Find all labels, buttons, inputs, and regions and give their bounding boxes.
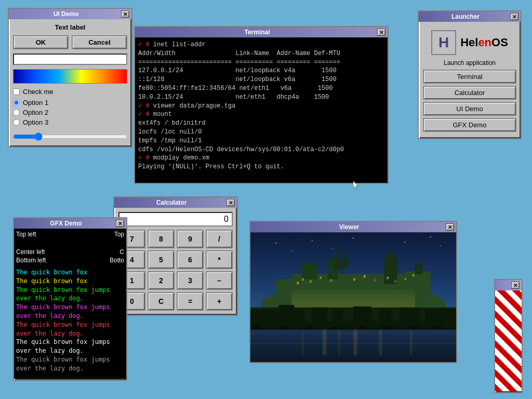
terminal-titlebar: Terminal ✕ <box>135 27 388 37</box>
calculator-content: 0 7 8 9 / 4 5 6 * 1 2 3 – 0 C = + <box>114 208 237 315</box>
prague-castle-image <box>250 232 456 362</box>
calc-btn-5[interactable]: 5 <box>148 250 175 269</box>
term-line-9: ✓ # mount <box>138 110 384 119</box>
uidemo-radio-label-1: Option 1 <box>23 99 48 107</box>
uidemo-radio-label-3: Option 3 <box>23 118 48 126</box>
svg-rect-30 <box>387 276 389 279</box>
svg-rect-31 <box>394 280 396 283</box>
calc-btn-div[interactable]: / <box>206 230 233 248</box>
terminal-close-button[interactable]: ✕ <box>377 29 385 36</box>
svg-rect-20 <box>415 264 423 274</box>
gfxdemo-titlebar: GFX Demo ✕ <box>14 218 126 229</box>
uidemo-radio-1: Option 1 <box>13 99 127 107</box>
term-line-8: ✓ # viewer data/prague.tga <box>138 102 384 111</box>
term-line-5: ::1/128 net/loopback v6a 1500 <box>138 75 384 84</box>
calc-btn-3[interactable]: 3 <box>177 271 204 290</box>
calc-btn-2[interactable]: 2 <box>148 271 175 290</box>
gfx-top-left-label: Top left <box>16 231 36 238</box>
uidemo-radio-2: Option 2 <box>13 109 127 116</box>
uidemo-ok-button[interactable]: OK <box>13 35 69 49</box>
viewer-title: Viewer <box>252 223 446 231</box>
svg-rect-48 <box>323 329 327 355</box>
gfx-line-7: The quick brown fox jumps over the lazy … <box>16 355 124 373</box>
launch-gfxdemo-button[interactable]: GFX Demo <box>423 118 516 132</box>
terminal-content[interactable]: ✓ # inet list-addr Addr/Width Link-Name … <box>135 37 388 183</box>
gfx-line-6: The quick brown fox jumps over the lazy … <box>16 338 124 355</box>
gfx-bottom-right-label: Botto <box>110 257 124 264</box>
launch-calculator-button[interactable]: Calculator <box>423 86 516 100</box>
svg-point-56 <box>284 321 310 329</box>
viewer-window: Viewer ✕ <box>249 221 457 363</box>
launcher-logo: H HelenOS <box>423 26 516 59</box>
svg-rect-24 <box>310 280 312 283</box>
svg-point-57 <box>310 321 336 329</box>
uidemo-slider[interactable] <box>13 132 127 141</box>
calc-btn-6[interactable]: 6 <box>177 250 204 269</box>
term-line-14: ✓ # modplay demo.xm <box>138 154 384 163</box>
term-line-2: Addr/Width Link-Name Addr-Name Def-MTU <box>138 49 384 58</box>
svg-point-5 <box>430 236 431 237</box>
gfx-center-right-label: C <box>119 248 124 256</box>
viewer-image <box>250 232 456 362</box>
small-window-close-button[interactable]: ✕ <box>511 282 520 289</box>
uidemo-cancel-button[interactable]: Cancel <box>72 35 127 49</box>
svg-point-8 <box>441 245 442 246</box>
svg-point-1 <box>276 243 277 244</box>
uidemo-radio-input-1[interactable] <box>13 99 20 106</box>
gfxdemo-content: Top left Top Center left C Bottom left B… <box>14 229 126 379</box>
calc-btn-clear[interactable]: C <box>148 292 175 311</box>
uidemo-radio-3: Option 3 <box>13 118 127 126</box>
terminal-window: Terminal ✕ ✓ # inet list-addr Addr/Width… <box>134 26 389 184</box>
uidemo-text-input[interactable] <box>13 54 127 65</box>
svg-rect-29 <box>374 279 376 281</box>
svg-rect-11 <box>302 264 317 280</box>
gfx-line-4: The quick brown fox jumps over the lazy … <box>16 303 124 321</box>
calc-btn-eq[interactable]: = <box>177 292 204 311</box>
calc-btn-add[interactable]: + <box>206 292 233 311</box>
launcher-subtitle: Launch application <box>423 59 516 66</box>
small-window-titlebar: ✕ <box>495 280 522 290</box>
calculator-display[interactable]: 0 <box>118 212 233 227</box>
gfx-line-1: The quick brown fox <box>16 268 124 277</box>
svg-point-6 <box>291 250 292 251</box>
gfx-line-5: The quick brown fox jumps over the lazy … <box>16 321 124 338</box>
helenos-logo-text: HelenOS <box>460 36 508 49</box>
svg-rect-51 <box>379 329 382 355</box>
term-line-4: 127.0.0.1/24 net/loopback v4a 1500 <box>138 66 384 75</box>
launch-terminal-button[interactable]: Terminal <box>423 70 516 84</box>
uidemo-button-row: OK Cancel <box>13 35 127 49</box>
launcher-close-button[interactable]: ✕ <box>510 13 518 20</box>
uidemo-radio-input-2[interactable] <box>13 109 20 116</box>
launch-uidemo-button[interactable]: UI Demo <box>423 102 516 116</box>
calc-btn-mul[interactable]: * <box>206 250 233 269</box>
calculator-button-grid: 7 8 9 / 4 5 6 * 1 2 3 – 0 C = + <box>118 230 233 311</box>
svg-point-58 <box>335 321 361 329</box>
calc-btn-8[interactable]: 8 <box>148 230 175 248</box>
calc-btn-9[interactable]: 9 <box>177 230 204 248</box>
svg-rect-49 <box>338 329 340 355</box>
calculator-close-button[interactable]: ✕ <box>227 199 235 206</box>
svg-rect-23 <box>302 278 304 281</box>
gfx-center-left-label: Center left <box>16 248 45 256</box>
uidemo-checkbox-label: Check me <box>23 88 54 96</box>
uidemo-radio-input-3[interactable] <box>13 119 20 126</box>
term-line-10: ext4fs / bd/initrd <box>138 119 384 128</box>
uidemo-radio-group: Option 1 Option 2 Option 3 <box>13 99 127 126</box>
svg-rect-25 <box>320 276 322 278</box>
term-line-1: ✓ # inet list-addr <box>138 41 384 49</box>
viewer-close-button[interactable]: ✕ <box>446 223 454 231</box>
svg-rect-22 <box>297 282 299 284</box>
svg-rect-32 <box>405 278 406 280</box>
launcher-titlebar: Launcher ✕ <box>419 11 521 22</box>
svg-point-2 <box>312 240 313 241</box>
svg-rect-50 <box>353 329 357 355</box>
term-line-12: tmpfs /tmp null/1 <box>138 137 384 145</box>
term-line-6: fe80::5054:ff:fe12:3456/64 net/eth1 v6a … <box>138 84 384 93</box>
uidemo-checkbox[interactable] <box>13 88 20 95</box>
calc-btn-sub[interactable]: – <box>206 271 233 290</box>
gfxdemo-close-button[interactable]: ✕ <box>116 220 124 227</box>
uidemo-checkbox-row: Check me <box>13 88 127 96</box>
uidemo-close-button[interactable]: ✕ <box>121 10 129 18</box>
uidemo-content: Text label OK Cancel Check me Option 1 O… <box>9 19 131 147</box>
term-line-3: ========================= ========== ===… <box>138 58 384 67</box>
